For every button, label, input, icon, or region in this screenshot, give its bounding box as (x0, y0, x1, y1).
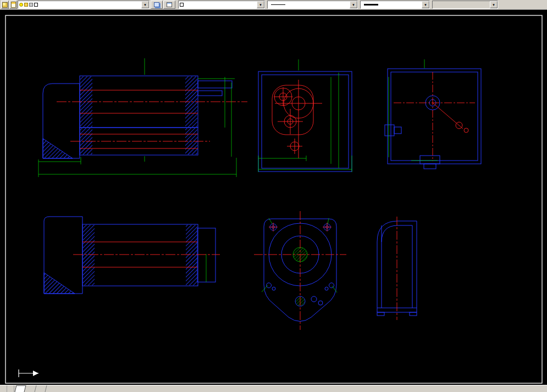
tab-layout1[interactable] (26, 385, 37, 392)
section-cc-centerlines (254, 211, 346, 330)
color-dropdown[interactable]: ▼ (178, 1, 265, 9)
dimension-lines (38, 58, 438, 292)
tab-model[interactable] (15, 385, 26, 392)
layer-dropdown[interactable]: ▼ (18, 1, 150, 9)
sheet-icon (11, 2, 16, 8)
bottom-view (44, 217, 216, 294)
cad-application: ▼ ▼ ▼ ▼ ▼ (0, 0, 547, 392)
tab-nav-prev[interactable] (0, 385, 7, 392)
ucs-icon (19, 369, 38, 377)
stack-back-icon (167, 2, 172, 7)
layer-freeze-icon[interactable] (24, 3, 28, 7)
drawing-canvas[interactable] (0, 10, 547, 385)
chevron-down-icon: ▼ (490, 1, 498, 8)
layers-icon (2, 2, 8, 8)
stack-icon (154, 2, 159, 7)
lineweight-dropdown[interactable]: ▼ (360, 1, 430, 9)
section-a-bores (272, 80, 322, 158)
toolbar: ▼ ▼ ▼ ▼ ▼ (0, 0, 547, 10)
make-object-layer-current-button[interactable] (151, 1, 163, 9)
plot-style-dropdown: ▼ (432, 1, 498, 9)
layer-lock-icon[interactable] (29, 3, 33, 7)
layer-manager-button[interactable] (1, 1, 9, 9)
front-view (43, 76, 232, 158)
tab-layout2[interactable] (36, 385, 47, 392)
section-b-centerlines (394, 72, 475, 161)
chevron-down-icon[interactable]: ▼ (257, 1, 264, 8)
color-swatch (180, 3, 184, 7)
layer-previous-button[interactable] (163, 1, 175, 9)
tab-nav-next[interactable] (7, 385, 14, 392)
layer-states-button[interactable] (9, 1, 17, 9)
paper-frame (5, 15, 542, 383)
linetype-sample-icon (271, 4, 285, 5)
chevron-down-icon[interactable]: ▼ (422, 1, 429, 8)
layer-on-off-icon[interactable] (19, 3, 23, 7)
chevron-down-icon[interactable]: ▼ (141, 1, 149, 8)
linetype-dropdown[interactable]: ▼ (267, 1, 358, 9)
section-b-view (385, 69, 481, 169)
model-space[interactable] (0, 10, 547, 385)
chevron-down-icon[interactable]: ▼ (350, 1, 357, 8)
lineweight-sample-icon (364, 4, 378, 5)
layer-color-swatch (34, 3, 38, 7)
layout-tabbar (0, 385, 547, 392)
